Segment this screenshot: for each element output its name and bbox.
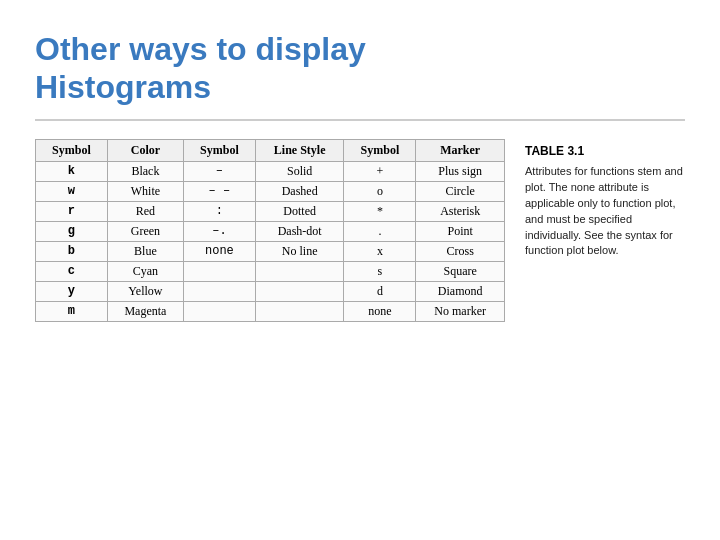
table-cell: Red — [107, 201, 183, 221]
table-cell: White — [107, 181, 183, 201]
table-cell: none — [344, 301, 416, 321]
table-cell: – — [183, 161, 255, 181]
col-header-linestyle: Line Style — [255, 139, 344, 161]
title-line2: Histograms — [35, 69, 211, 105]
table-row: gGreen–.Dash-dot.Point — [36, 221, 505, 241]
col-header-symbol1: Symbol — [36, 139, 108, 161]
col-header-symbol3: Symbol — [344, 139, 416, 161]
table-cell: Asterisk — [416, 201, 505, 221]
table-cell: + — [344, 161, 416, 181]
table-title: TABLE 3.1 — [525, 144, 685, 158]
table-cell: No marker — [416, 301, 505, 321]
table-cell: Yellow — [107, 281, 183, 301]
table-row: kBlack–Solid+Plus sign — [36, 161, 505, 181]
table-row: bBluenoneNo linexCross — [36, 241, 505, 261]
col-header-symbol2: Symbol — [183, 139, 255, 161]
table-cell: Dash-dot — [255, 221, 344, 241]
side-info: TABLE 3.1 Attributes for functions stem … — [525, 139, 685, 520]
table-cell — [255, 301, 344, 321]
table-cell: c — [36, 261, 108, 281]
table-cell — [183, 281, 255, 301]
table-cell: r — [36, 201, 108, 221]
title-line1: Other ways to display — [35, 31, 366, 67]
table-cell: Cross — [416, 241, 505, 261]
table-cell: s — [344, 261, 416, 281]
table-cell: Solid — [255, 161, 344, 181]
table-cell — [255, 261, 344, 281]
content-area: Symbol Color Symbol Line Style Symbol Ma… — [35, 139, 685, 520]
slide: Other ways to display Histograms Symbol … — [0, 0, 720, 540]
table-row: rRed:Dotted*Asterisk — [36, 201, 505, 221]
table-cell: Circle — [416, 181, 505, 201]
table-cell: Dashed — [255, 181, 344, 201]
table-cell: none — [183, 241, 255, 261]
table-cell: k — [36, 161, 108, 181]
table-cell: Diamond — [416, 281, 505, 301]
table-cell: Green — [107, 221, 183, 241]
table-cell: – – — [183, 181, 255, 201]
col-header-color: Color — [107, 139, 183, 161]
table-cell: * — [344, 201, 416, 221]
table-cell: b — [36, 241, 108, 261]
table-cell: d — [344, 281, 416, 301]
table-description: Attributes for functions stem and plot. … — [525, 164, 685, 260]
table-cell: No line — [255, 241, 344, 261]
table-cell: g — [36, 221, 108, 241]
table-cell: Blue — [107, 241, 183, 261]
table-container: Symbol Color Symbol Line Style Symbol Ma… — [35, 139, 505, 520]
table-cell: m — [36, 301, 108, 321]
table-row: mMagentanoneNo marker — [36, 301, 505, 321]
table-cell: x — [344, 241, 416, 261]
table-row: wWhite– –DashedoCircle — [36, 181, 505, 201]
table-cell: Plus sign — [416, 161, 505, 181]
slide-title: Other ways to display Histograms — [35, 30, 685, 107]
table-cell — [183, 261, 255, 281]
table-cell: Magenta — [107, 301, 183, 321]
matlab-table: Symbol Color Symbol Line Style Symbol Ma… — [35, 139, 505, 322]
table-cell: w — [36, 181, 108, 201]
table-cell: y — [36, 281, 108, 301]
table-row: cCyansSquare — [36, 261, 505, 281]
table-cell: Dotted — [255, 201, 344, 221]
table-cell: Cyan — [107, 261, 183, 281]
table-cell: . — [344, 221, 416, 241]
col-header-marker: Marker — [416, 139, 505, 161]
table-cell: o — [344, 181, 416, 201]
table-cell: : — [183, 201, 255, 221]
table-row: yYellowdDiamond — [36, 281, 505, 301]
title-area: Other ways to display Histograms — [35, 30, 685, 121]
table-cell — [183, 301, 255, 321]
table-cell: Point — [416, 221, 505, 241]
table-cell: –. — [183, 221, 255, 241]
table-cell — [255, 281, 344, 301]
table-cell: Square — [416, 261, 505, 281]
table-cell: Black — [107, 161, 183, 181]
